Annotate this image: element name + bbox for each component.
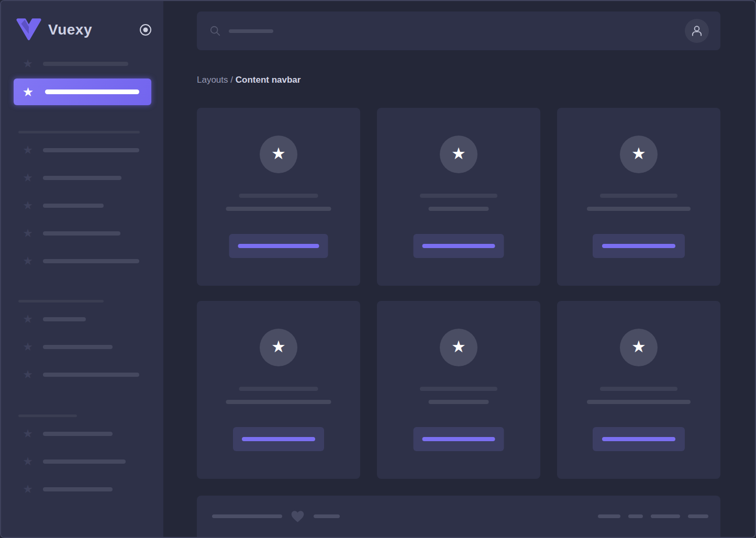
sidebar-item[interactable]: ★ bbox=[21, 144, 163, 156]
sidebar-item-label-skeleton bbox=[43, 204, 104, 208]
breadcrumb-separator: / bbox=[228, 75, 236, 85]
breadcrumb-current: Content navbar bbox=[236, 75, 301, 85]
star-icon: ★ bbox=[271, 145, 286, 163]
footer-links bbox=[598, 514, 708, 518]
sidebar-item-label-skeleton bbox=[43, 176, 121, 180]
sidebar-item-label-skeleton bbox=[43, 459, 126, 464]
card-avatar: ★ bbox=[260, 329, 297, 366]
star-icon: ★ bbox=[21, 172, 34, 184]
button-label-skeleton bbox=[238, 244, 319, 248]
card-action-button[interactable] bbox=[229, 234, 328, 258]
section-header-skeleton bbox=[18, 131, 140, 133]
sidebar-item-label-skeleton bbox=[43, 317, 86, 321]
footer-text-skeleton bbox=[212, 514, 282, 518]
sidebar-item[interactable]: ★ bbox=[21, 172, 163, 184]
card-avatar: ★ bbox=[440, 136, 477, 173]
sidebar-section: ★ ★ ★ bbox=[1, 300, 163, 381]
search-input[interactable] bbox=[209, 25, 685, 37]
content-card: ★ bbox=[197, 301, 360, 479]
card-action-button[interactable] bbox=[593, 427, 685, 451]
search-placeholder-skeleton bbox=[229, 29, 273, 33]
content-card: ★ bbox=[377, 301, 540, 479]
card-avatar: ★ bbox=[620, 136, 658, 173]
sidebar-item[interactable]: ★ bbox=[21, 368, 163, 381]
heart-icon bbox=[291, 510, 305, 523]
card-subtitle-skeleton bbox=[226, 400, 331, 404]
card-avatar: ★ bbox=[260, 136, 297, 173]
breadcrumb-parent[interactable]: Layouts bbox=[197, 75, 228, 85]
sidebar-item[interactable]: ★ bbox=[21, 313, 163, 326]
card-subtitle-skeleton bbox=[226, 207, 331, 211]
footer-left bbox=[212, 510, 340, 523]
radio-circle-icon[interactable] bbox=[139, 24, 152, 36]
footer-bar bbox=[197, 496, 720, 538]
sidebar-item[interactable]: ★ bbox=[21, 455, 163, 468]
sidebar-item-label-skeleton bbox=[43, 259, 139, 263]
star-icon: ★ bbox=[21, 483, 34, 496]
app-window: Vuexy ★ ★ ★ ★ ★ ★ ★ bbox=[0, 0, 756, 538]
sidebar-item[interactable]: ★ bbox=[21, 341, 163, 353]
search-icon bbox=[209, 25, 221, 37]
vuexy-logo-icon bbox=[15, 18, 43, 42]
star-icon: ★ bbox=[21, 85, 35, 98]
card-subtitle-skeleton bbox=[429, 207, 489, 211]
section-items: ★ ★ ★ bbox=[1, 428, 163, 496]
footer-link-skeleton bbox=[598, 514, 620, 518]
card-action-button[interactable] bbox=[414, 427, 504, 451]
card-title-skeleton bbox=[239, 194, 318, 198]
star-icon: ★ bbox=[631, 145, 646, 163]
sidebar-item-active[interactable]: ★ bbox=[14, 79, 151, 105]
brand-title: Vuexy bbox=[48, 21, 92, 38]
star-icon: ★ bbox=[271, 339, 286, 356]
content-card: ★ bbox=[377, 108, 540, 286]
section-header-skeleton bbox=[18, 414, 77, 417]
footer-text-skeleton bbox=[314, 514, 340, 518]
button-label-skeleton bbox=[242, 437, 315, 441]
button-label-skeleton bbox=[423, 244, 495, 248]
sidebar-sections: ★ ★ ★ ★ ★ ★ ★ ★ ★ ★ bbox=[1, 131, 163, 496]
sidebar-item-label-skeleton bbox=[43, 373, 139, 377]
sidebar-item-label-skeleton bbox=[43, 345, 113, 349]
section-items: ★ ★ ★ ★ ★ bbox=[1, 144, 163, 267]
star-icon: ★ bbox=[21, 341, 34, 353]
star-icon: ★ bbox=[451, 145, 466, 163]
star-icon: ★ bbox=[21, 255, 34, 267]
sidebar-item[interactable]: ★ bbox=[21, 227, 163, 240]
sidebar-item-label-skeleton bbox=[43, 231, 120, 236]
star-icon: ★ bbox=[21, 144, 34, 156]
sidebar-item[interactable]: ★ bbox=[21, 199, 163, 212]
card-grid: ★ ★ ★ ★ bbox=[197, 108, 720, 479]
person-icon bbox=[690, 24, 704, 38]
card-subtitle-skeleton bbox=[587, 400, 691, 404]
card-subtitle-skeleton bbox=[429, 400, 489, 404]
footer-link-skeleton bbox=[628, 514, 643, 518]
sidebar-item[interactable]: ★ bbox=[21, 428, 163, 440]
star-icon: ★ bbox=[21, 199, 34, 212]
star-icon: ★ bbox=[21, 313, 34, 326]
sidebar-section: ★ ★ ★ ★ ★ bbox=[1, 131, 163, 267]
card-title-skeleton bbox=[600, 194, 677, 198]
user-avatar[interactable] bbox=[685, 19, 709, 43]
card-action-button[interactable] bbox=[414, 234, 504, 258]
footer-link-skeleton bbox=[651, 514, 680, 518]
brand-row: Vuexy bbox=[15, 17, 152, 43]
section-items: ★ ★ ★ bbox=[1, 313, 163, 381]
card-action-button[interactable] bbox=[233, 427, 324, 451]
card-title-skeleton bbox=[600, 387, 677, 391]
button-label-skeleton bbox=[423, 437, 495, 441]
star-icon: ★ bbox=[21, 455, 34, 468]
content-card: ★ bbox=[557, 301, 720, 479]
star-icon: ★ bbox=[451, 339, 466, 356]
card-avatar: ★ bbox=[440, 329, 477, 366]
sidebar-item-label-skeleton bbox=[43, 487, 113, 491]
sidebar-item[interactable]: ★ bbox=[21, 58, 163, 70]
sidebar-item[interactable]: ★ bbox=[21, 483, 163, 496]
content-card: ★ bbox=[197, 108, 360, 286]
top-navbar bbox=[197, 12, 720, 50]
star-icon: ★ bbox=[21, 58, 34, 70]
sidebar-item[interactable]: ★ bbox=[21, 255, 163, 267]
star-icon: ★ bbox=[21, 227, 34, 240]
sidebar-item-label-skeleton bbox=[43, 148, 139, 152]
content-card: ★ bbox=[557, 108, 720, 286]
card-action-button[interactable] bbox=[593, 234, 685, 258]
